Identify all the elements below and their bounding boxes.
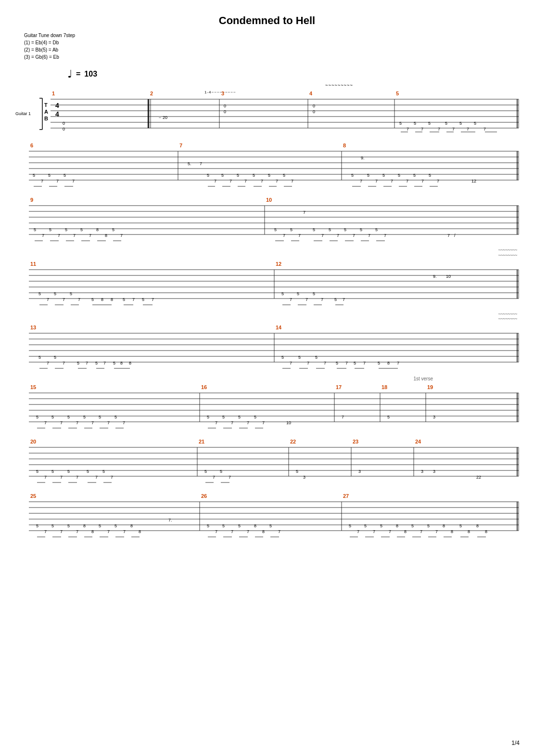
svg-text:5: 5 bbox=[290, 227, 292, 232]
staff-svg-1: Guitar 1 T A B 1 4 4 0 0 bbox=[14, 89, 520, 137]
svg-text:5: 5 bbox=[87, 469, 89, 474]
svg-text:27: 27 bbox=[343, 493, 349, 499]
svg-text:5: 5 bbox=[411, 523, 414, 528]
svg-text:22: 22 bbox=[290, 439, 296, 444]
tuning-header: Guitar Tune down 7step bbox=[24, 32, 520, 39]
svg-text:5: 5 bbox=[36, 523, 38, 528]
svg-text:5: 5 bbox=[222, 415, 225, 419]
svg-text:7: 7 bbox=[60, 529, 63, 534]
svg-text:8: 8 bbox=[111, 297, 113, 302]
svg-text:7: 7 bbox=[447, 233, 450, 238]
svg-text:5: 5 bbox=[459, 121, 462, 126]
svg-text:5: 5 bbox=[222, 523, 225, 528]
svg-text:7: 7 bbox=[363, 361, 366, 365]
svg-text:5: 5 bbox=[77, 361, 79, 365]
svg-text:7: 7 bbox=[213, 475, 215, 480]
svg-text:5: 5 bbox=[34, 227, 36, 232]
svg-text:7: 7 bbox=[307, 361, 309, 365]
staff-svg-4: 11 5 7 5 7 5 7 5 8 8 5 7 5 7 12 5 7 5 7 … bbox=[14, 259, 520, 310]
svg-text:7: 7 bbox=[290, 297, 292, 302]
svg-text:5: 5 bbox=[427, 523, 430, 528]
svg-text:7: 7 bbox=[44, 529, 47, 534]
svg-text:12: 12 bbox=[471, 179, 476, 183]
svg-text:7: 7 bbox=[452, 127, 455, 131]
svg-text:5: 5 bbox=[313, 291, 315, 296]
svg-text:7: 7 bbox=[421, 127, 423, 131]
svg-text:A: A bbox=[44, 109, 48, 115]
svg-text:5: 5 bbox=[67, 415, 70, 419]
svg-text:7: 7 bbox=[86, 361, 88, 365]
svg-text:5: 5 bbox=[95, 361, 98, 365]
svg-text:7: 7 bbox=[231, 420, 233, 425]
svg-text:7: 7 bbox=[229, 179, 232, 183]
svg-text:5: 5 bbox=[334, 297, 337, 302]
svg-text:7: 7 bbox=[305, 297, 308, 302]
svg-text:1-4~~~~~~~~~: 1-4~~~~~~~~~ bbox=[204, 90, 236, 94]
svg-text:/: / bbox=[454, 233, 456, 238]
svg-text:2: 2 bbox=[150, 91, 153, 96]
svg-text:7: 7 bbox=[73, 233, 76, 238]
svg-text:7: 7 bbox=[342, 415, 344, 419]
svg-text:7: 7 bbox=[391, 179, 393, 183]
svg-text:7: 7 bbox=[360, 179, 362, 183]
svg-text:7: 7 bbox=[89, 233, 91, 238]
svg-text:5: 5 bbox=[51, 523, 54, 528]
svg-text:8: 8 bbox=[476, 523, 479, 528]
staff-svg-7: 20 5 7 5 7 5 7 5 7 5 7 21 5 7 5 7 22 5 3 bbox=[14, 437, 520, 487]
svg-text:7: 7 bbox=[229, 475, 231, 480]
svg-text:5.: 5. bbox=[188, 161, 191, 166]
svg-text:7: 7 bbox=[407, 127, 409, 131]
svg-text:8: 8 bbox=[96, 227, 99, 232]
svg-text:7: 7 bbox=[78, 297, 80, 302]
svg-text:7: 7 bbox=[244, 179, 247, 183]
svg-text:5: 5 bbox=[268, 173, 270, 178]
svg-text:7: 7 bbox=[107, 420, 110, 425]
svg-text:7: 7 bbox=[215, 529, 217, 534]
svg-text:7: 7 bbox=[60, 475, 63, 480]
svg-text:7: 7 bbox=[343, 297, 345, 302]
svg-text:3: 3 bbox=[433, 469, 435, 474]
staff-svg-2: 6 5 7 5 7 5 7 7 5. 7 5 7 5 7 5 7 5 7 5 7… bbox=[14, 141, 520, 191]
svg-text:5: 5 bbox=[48, 173, 51, 178]
svg-text:5: 5 bbox=[344, 227, 346, 232]
svg-text:5: 5 bbox=[396, 91, 399, 96]
svg-text:5: 5 bbox=[113, 361, 115, 365]
svg-text:5: 5 bbox=[123, 297, 125, 302]
svg-text:5: 5 bbox=[38, 355, 41, 360]
svg-text:5: 5 bbox=[207, 173, 209, 178]
svg-text:7: 7 bbox=[56, 179, 59, 183]
svg-text:7: 7 bbox=[483, 127, 486, 131]
svg-text:3: 3 bbox=[433, 415, 435, 419]
svg-text:8: 8 bbox=[262, 529, 265, 534]
svg-text:5: 5 bbox=[428, 121, 431, 126]
svg-text:5: 5 bbox=[91, 297, 94, 302]
svg-text:8: 8 bbox=[451, 529, 453, 534]
svg-text:1: 1 bbox=[52, 91, 55, 96]
tempo-section: ♩ = 103 bbox=[67, 68, 520, 80]
svg-text:5: 5 bbox=[474, 121, 476, 126]
svg-text:5: 5 bbox=[298, 355, 301, 360]
svg-text:5: 5 bbox=[238, 415, 241, 419]
svg-text:5: 5 bbox=[114, 523, 117, 528]
svg-text:5: 5 bbox=[380, 523, 382, 528]
tuning-string1: (1) = Eb(4) = Db bbox=[24, 39, 520, 46]
svg-text:5: 5 bbox=[80, 227, 83, 232]
svg-text:5: 5 bbox=[297, 291, 299, 296]
svg-text:7: 7 bbox=[303, 210, 305, 215]
svg-text:18: 18 bbox=[381, 384, 387, 390]
svg-text:5: 5 bbox=[207, 523, 209, 528]
svg-text:5: 5 bbox=[54, 291, 56, 296]
svg-text:3: 3 bbox=[421, 469, 423, 474]
svg-text:7: 7 bbox=[152, 297, 154, 302]
svg-text:5: 5 bbox=[414, 121, 416, 126]
vibrato-indicator-1: ~~~~~~~~~ bbox=[159, 83, 520, 88]
tuning-string2: (2) = Bb(5) = Ab bbox=[24, 46, 520, 53]
svg-text:5: 5 bbox=[51, 415, 54, 419]
svg-text:5: 5 bbox=[67, 523, 70, 528]
svg-text:7: 7 bbox=[368, 233, 370, 238]
svg-text:3: 3 bbox=[358, 469, 361, 474]
svg-text:7: 7 bbox=[72, 179, 75, 183]
svg-text:8: 8 bbox=[443, 523, 445, 528]
svg-text:16: 16 bbox=[201, 384, 207, 390]
svg-text:~: ~ bbox=[159, 116, 161, 120]
